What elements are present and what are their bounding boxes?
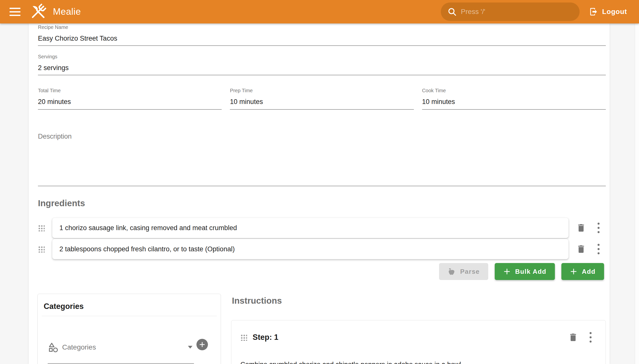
ingredient-input[interactable]: 2 tablespoons chopped fresh cilantro, or… <box>52 239 569 259</box>
trash-icon <box>576 244 586 254</box>
servings-value[interactable]: 2 servings <box>38 63 606 73</box>
ingredient-menu-button[interactable] <box>593 222 604 233</box>
bulk-add-label: Bulk Add <box>515 268 546 276</box>
cook-time-field[interactable]: Cook Time 10 minutes <box>422 87 606 110</box>
recipe-name-label: Recipe Name <box>38 24 606 30</box>
ingredient-menu-button[interactable] <box>593 244 604 254</box>
plus-icon <box>570 268 577 275</box>
logout-icon <box>589 7 598 16</box>
trash-icon <box>576 223 586 233</box>
menu-hamburger-button[interactable] <box>9 5 23 19</box>
instructions-heading: Instructions <box>232 296 282 306</box>
prep-time-label: Prep Time <box>230 87 413 94</box>
prep-time-value[interactable]: 10 minutes <box>230 97 413 107</box>
cook-time-label: Cook Time <box>422 87 606 94</box>
description-label: Description <box>38 130 606 140</box>
total-time-label: Total Time <box>38 87 222 94</box>
app-header: Mealie Press '/' Logout <box>0 0 639 24</box>
bulk-add-button[interactable]: Bulk Add <box>495 263 555 280</box>
plus-icon <box>199 341 206 348</box>
instruction-step-card: Step: 1 Combine crumbled chorizo and chi… <box>231 320 606 364</box>
ingredient-row: 2 tablespoons chopped fresh cilantro, or… <box>38 239 604 259</box>
apple-icon <box>448 268 456 276</box>
parse-label: Parse <box>460 268 480 276</box>
drag-handle-icon[interactable] <box>38 246 45 252</box>
categories-select[interactable]: Categories <box>48 331 194 364</box>
time-fields-row: Total Time 20 minutes Prep Time 10 minut… <box>38 87 606 110</box>
logout-label: Logout <box>602 8 627 16</box>
step-header: Step: 1 <box>240 329 596 345</box>
drag-handle-icon[interactable] <box>38 225 45 231</box>
mealie-silverware-logo-icon <box>29 2 47 21</box>
step-text-input[interactable]: Combine crumbled chorizo and chipotle pe… <box>240 360 596 364</box>
ingredient-row: 1 chorizo sausage link, casing removed a… <box>38 218 604 238</box>
delete-ingredient-button[interactable] <box>576 222 587 233</box>
step-title: Step: 1 <box>253 333 278 342</box>
app-title: Mealie <box>53 6 81 17</box>
ingredient-text: 2 tablespoons chopped fresh cilantro, or… <box>59 245 235 253</box>
cook-time-value[interactable]: 10 minutes <box>422 97 606 107</box>
categories-select-label: Categories <box>62 343 96 351</box>
delete-ingredient-button[interactable] <box>576 244 587 254</box>
plus-icon <box>503 268 511 275</box>
prep-time-field[interactable]: Prep Time 10 minutes <box>230 87 413 110</box>
servings-field[interactable]: Servings 2 servings <box>38 53 606 75</box>
categories-card-title: Categories <box>44 301 221 312</box>
description-field[interactable]: Description <box>38 130 606 186</box>
add-ingredient-button[interactable]: Add <box>561 263 604 280</box>
categories-card: Categories Categories <box>38 294 221 364</box>
ingredients-heading: Ingredients <box>38 198 85 208</box>
add-category-button[interactable] <box>196 339 208 350</box>
kebab-menu-icon <box>597 244 599 254</box>
drag-handle-icon[interactable] <box>240 334 247 341</box>
chevron-down-icon <box>188 346 192 348</box>
step-menu-button[interactable] <box>585 332 596 343</box>
ingredient-text: 1 chorizo sausage link, casing removed a… <box>59 224 237 232</box>
search-placeholder: Press '/' <box>461 8 485 16</box>
recipe-name-field[interactable]: Recipe Name Easy Chorizo Street Tacos <box>38 24 606 46</box>
trash-icon <box>568 332 578 342</box>
recipe-name-value[interactable]: Easy Chorizo Street Tacos <box>38 34 606 44</box>
kebab-menu-icon <box>590 332 592 342</box>
total-time-value[interactable]: 20 minutes <box>38 97 222 107</box>
logout-button[interactable]: Logout <box>589 7 627 16</box>
parse-button[interactable]: Parse <box>439 263 488 280</box>
ingredient-input[interactable]: 1 chorizo sausage link, casing removed a… <box>52 218 569 238</box>
recipe-editor-screen: Mealie Press '/' Logout Recipe Name Easy… <box>0 0 639 364</box>
vertical-scrollbar[interactable] <box>635 24 639 364</box>
search-input[interactable]: Press '/' <box>441 2 580 21</box>
search-icon <box>447 7 457 16</box>
add-label: Add <box>582 268 595 276</box>
shapes-category-icon <box>48 342 58 352</box>
total-time-field[interactable]: Total Time 20 minutes <box>38 87 222 110</box>
ingredient-actions-row: Parse Bulk Add Add <box>38 263 604 280</box>
delete-step-button[interactable] <box>568 332 579 343</box>
divider <box>42 316 217 316</box>
kebab-menu-icon <box>597 223 599 233</box>
servings-label: Servings <box>38 53 606 60</box>
